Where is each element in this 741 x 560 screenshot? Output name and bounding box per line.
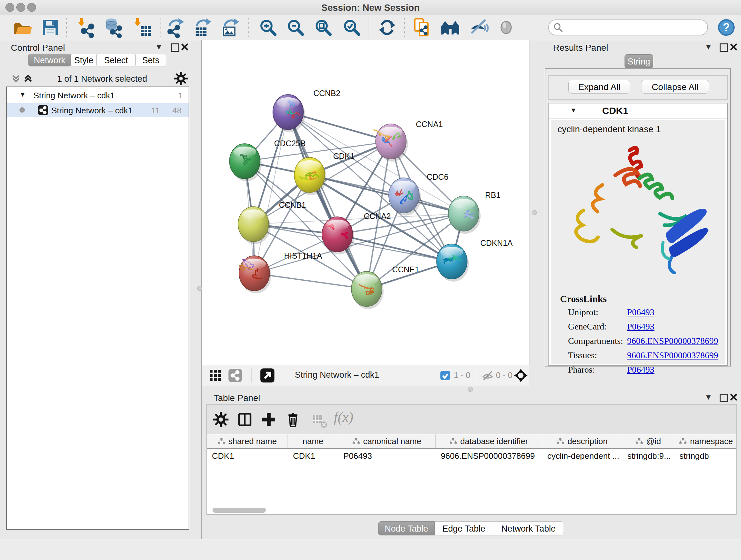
crosslink-link[interactable]: P06493	[627, 321, 655, 332]
show-columns-icon[interactable]	[237, 412, 253, 427]
zoom-selected-icon[interactable]	[341, 17, 362, 38]
splitter-handle[interactable]	[532, 210, 537, 215]
fit-selected-crosshair-icon[interactable]	[514, 368, 528, 382]
table-panel-collapse-icon[interactable]: ▼	[704, 393, 712, 401]
expand-all-button[interactable]: Expand All	[568, 80, 630, 94]
hidden-eye-icon[interactable]	[482, 370, 493, 381]
network-status-dot	[19, 107, 25, 113]
export-table-icon[interactable]	[193, 17, 213, 38]
network-node-CDK1[interactable]	[294, 158, 327, 195]
search-network-icon[interactable]	[440, 17, 461, 38]
table-cell[interactable]: stringdb	[674, 449, 737, 463]
column-header-description[interactable]: description	[542, 434, 622, 448]
open-session-icon[interactable]	[12, 17, 32, 38]
tab-string-results[interactable]: String	[624, 54, 653, 68]
network-node-label-CCNA1: CCNA1	[416, 120, 443, 129]
table-cell[interactable]: CDK1	[207, 449, 288, 463]
tab-sets[interactable]: Sets	[135, 54, 166, 66]
results-panel-close-icon[interactable]	[730, 43, 738, 51]
results-panel-collapse-icon[interactable]: ▼	[704, 43, 712, 51]
add-column-icon[interactable]	[261, 412, 276, 427]
save-session-icon[interactable]	[40, 17, 61, 38]
hide-selected-icon[interactable]	[468, 17, 488, 38]
network-node-CDKN1A[interactable]	[436, 244, 469, 282]
control-panel-float-icon[interactable]	[171, 44, 179, 52]
collapse-all-button[interactable]: Collapse All	[641, 80, 709, 94]
gene-expand-icon[interactable]: ▼	[570, 107, 577, 114]
tab-select[interactable]: Select	[97, 54, 135, 66]
function-builder-icon[interactable]: f(x)	[334, 409, 353, 425]
network-selection-status: 1 of 1 Network selected	[25, 74, 179, 84]
table-row[interactable]: CDK1CDK1P064939606.ENSP00000378699cyclin…	[207, 449, 737, 463]
column-header-name[interactable]: name	[288, 434, 338, 448]
table-cell[interactable]: stringdb:9...	[622, 449, 674, 463]
table-cell[interactable]: P06493	[338, 449, 435, 463]
column-header-canonical-name[interactable]: canonical name	[338, 434, 435, 448]
results-panel-float-icon[interactable]	[720, 44, 728, 52]
export-network-icon[interactable]	[165, 17, 186, 38]
network-canvas[interactable]: CCNB2CCNA1CDC25BCDK1CDC6RB1CCNB1CCNA2CDK…	[202, 40, 529, 365]
zoom-fit-icon[interactable]	[313, 17, 333, 38]
network-node-CCNE1[interactable]	[351, 271, 384, 309]
help-icon[interactable]: ?	[716, 17, 737, 38]
gene-result-header[interactable]: ▼ CDK1	[549, 104, 727, 118]
zoom-in-icon[interactable]	[258, 17, 278, 38]
zoom-out-icon[interactable]	[285, 17, 306, 38]
search-input[interactable]	[565, 21, 701, 33]
column-header--id[interactable]: @id	[622, 434, 674, 448]
refresh-icon[interactable]	[377, 17, 397, 38]
column-header-namespace[interactable]: namespace	[674, 434, 737, 448]
network-node-CDC6[interactable]	[389, 178, 421, 215]
crosslink-link[interactable]: P06493	[627, 307, 655, 317]
control-panel-close-icon[interactable]	[181, 43, 189, 51]
network-node-CDC25B[interactable]	[229, 144, 262, 181]
horizontal-scrollbar[interactable]	[212, 508, 266, 513]
gray-sphere-icon[interactable]	[496, 17, 516, 38]
column-header-shared-name[interactable]: shared name	[207, 434, 288, 448]
network-options-gear-icon[interactable]	[174, 72, 188, 85]
toolbar-separator	[66, 18, 67, 37]
table-cell[interactable]: cyclin-dependent ...	[542, 449, 622, 463]
column-header-label: description	[567, 436, 608, 446]
tab-node-table[interactable]: Node Table	[378, 521, 434, 536]
gene-description: cyclin-dependent kinase 1	[557, 124, 661, 134]
grid-view-icon[interactable]	[210, 370, 221, 381]
table-gear-icon[interactable]	[213, 412, 228, 427]
network-node-CCNB2[interactable]	[273, 95, 305, 132]
import-network-file-icon[interactable]	[76, 17, 97, 38]
import-table-icon[interactable]	[132, 17, 153, 38]
export-image-icon[interactable]	[221, 17, 241, 38]
splitter-handle[interactable]	[468, 387, 473, 392]
delete-table-icon[interactable]	[312, 414, 327, 429]
tab-network-table[interactable]: Network Table	[493, 521, 564, 536]
table-cell[interactable]: 9606.ENSP00000378699	[435, 449, 542, 463]
tab-network[interactable]: Network	[28, 54, 71, 66]
network-node-RB1[interactable]	[448, 196, 481, 234]
network-node-CCNA2[interactable]	[322, 217, 354, 254]
import-network-database-icon[interactable]	[103, 17, 124, 38]
table-cell[interactable]: CDK1	[288, 449, 338, 463]
crosslink-row: Uniprot:P06493	[568, 307, 721, 321]
birds-eye-view-icon[interactable]	[260, 368, 274, 382]
column-header-database-identifier[interactable]: database identifier	[435, 434, 542, 448]
selected-checkbox-icon[interactable]	[441, 371, 450, 380]
table-panel-float-icon[interactable]	[720, 394, 728, 402]
toolbar-separator	[248, 18, 249, 37]
crosslink-link[interactable]: P06493	[627, 365, 655, 375]
table-panel-close-icon[interactable]	[730, 393, 738, 401]
delete-column-icon[interactable]	[285, 411, 300, 428]
crosslink-link[interactable]: 9606.ENSP00000378699	[627, 350, 718, 361]
crosslink-link[interactable]: 9606.ENSP00000378699	[627, 336, 718, 346]
network-share-view-icon[interactable]	[228, 369, 242, 382]
collection-expand-icon[interactable]: ▼	[19, 91, 26, 98]
network-row[interactable]: String Network – cdk1 11 48	[7, 103, 189, 117]
network-node-HIST1H1A[interactable]	[239, 256, 271, 294]
control-panel-collapse-icon[interactable]: ▼	[155, 43, 163, 51]
clone-network-icon[interactable]	[412, 17, 432, 38]
network-edge-CCNB2-HIST1H1A[interactable]	[254, 112, 288, 273]
expand-all-tree-icon[interactable]	[11, 73, 21, 84]
tab-style[interactable]: Style	[71, 54, 97, 66]
network-collection-row[interactable]: ▼ String Network – cdk1 1	[7, 89, 189, 103]
tab-edge-table[interactable]: Edge Table	[434, 521, 493, 536]
network-node-CCNA1[interactable]	[374, 124, 408, 162]
